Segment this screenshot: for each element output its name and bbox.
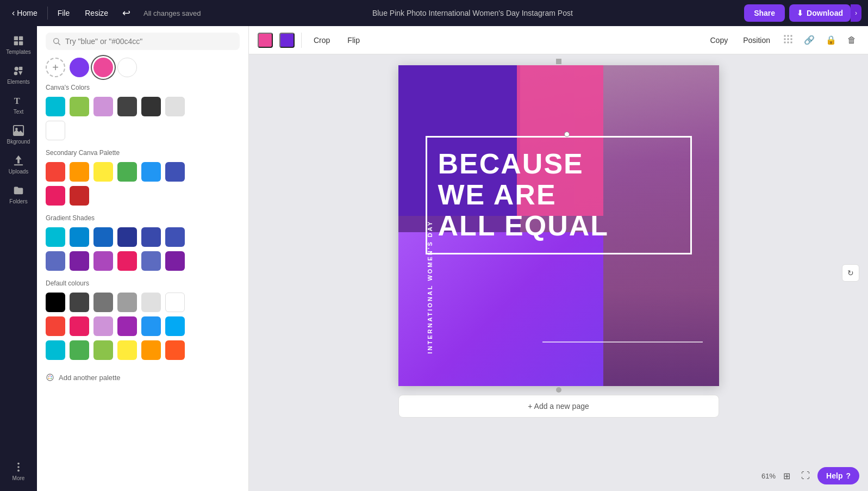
resize-menu[interactable]: Resize <box>79 5 114 21</box>
undo-button[interactable]: ↩ <box>118 5 135 21</box>
flip-button[interactable]: Flip <box>342 33 365 48</box>
color-search-bar[interactable] <box>46 33 240 50</box>
text-box[interactable]: BECAUSE WE ARE ALL EQUAL <box>426 136 692 254</box>
sec-swatch-4[interactable] <box>117 162 137 182</box>
grad-swatch-9[interactable] <box>93 251 113 271</box>
more-icon <box>13 461 24 473</box>
def-swatch-15[interactable] <box>93 340 113 360</box>
default-colours-title: Default colours <box>46 279 240 287</box>
canvas-area[interactable]: 💬 ⧉ <box>249 54 868 491</box>
def-swatch-14[interactable] <box>70 340 89 360</box>
help-button[interactable]: Help ? <box>817 467 859 484</box>
sec-swatch-6[interactable] <box>165 162 185 182</box>
def-swatch-13[interactable] <box>46 340 65 360</box>
toolbar-swatch-pink[interactable] <box>258 33 273 48</box>
def-swatch-16[interactable] <box>117 340 137 360</box>
canva-swatch-6[interactable] <box>165 97 185 116</box>
grad-swatch-10[interactable] <box>117 251 137 271</box>
def-swatch-18[interactable] <box>165 340 185 360</box>
add-palette-button[interactable]: Add another palette <box>46 369 240 386</box>
svg-point-17 <box>47 374 53 381</box>
canva-swatch-5[interactable] <box>141 97 161 116</box>
text-box-handle[interactable] <box>564 132 570 137</box>
def-swatch-5[interactable] <box>141 293 161 312</box>
download-caret-button[interactable]: › <box>851 4 861 22</box>
bottom-controls: 61% ⊞ ⛶ Help ? <box>761 467 859 484</box>
canva-swatch-3[interactable] <box>93 97 113 116</box>
grad-swatch-2[interactable] <box>70 227 89 247</box>
def-swatch-12[interactable] <box>165 316 185 336</box>
delete-button[interactable]: 🗑 <box>844 32 859 48</box>
crop-button[interactable]: Crop <box>308 33 335 48</box>
grad-swatch-12[interactable] <box>165 251 185 271</box>
grad-swatch-8[interactable] <box>70 251 89 271</box>
custom-swatch-pink[interactable] <box>93 58 113 77</box>
expand-button[interactable]: ⛶ <box>798 469 813 483</box>
sidebar-item-elements[interactable]: Elements <box>2 60 35 89</box>
def-swatch-2[interactable] <box>70 293 89 312</box>
canva-swatch-2[interactable] <box>70 97 89 116</box>
download-button[interactable]: ⬇ Download <box>789 4 851 22</box>
link-button[interactable]: 🔗 <box>801 32 818 48</box>
design-canvas[interactable]: BECAUSE WE ARE ALL EQUAL INTERNATIONAL W… <box>398 65 719 386</box>
grad-swatch-6[interactable] <box>165 227 185 247</box>
grad-swatch-4[interactable] <box>117 227 137 247</box>
sidebar-item-text[interactable]: T Text <box>2 90 35 119</box>
custom-swatch-purple[interactable] <box>70 58 89 77</box>
def-swatch-11[interactable] <box>141 316 161 336</box>
def-swatch-17[interactable] <box>141 340 161 360</box>
file-menu[interactable]: File <box>52 5 76 21</box>
position-button[interactable]: Position <box>738 33 776 48</box>
svg-rect-1 <box>19 36 23 40</box>
refresh-button[interactable]: ↻ <box>842 264 859 282</box>
background-icon <box>13 125 24 136</box>
toolbar-swatch-purple[interactable] <box>279 33 295 48</box>
sec-swatch-3[interactable] <box>93 162 113 182</box>
sec-swatch-1[interactable] <box>46 162 65 182</box>
sidebar-item-more[interactable]: More <box>2 457 35 486</box>
grad-swatch-1[interactable] <box>46 227 65 247</box>
home-button[interactable]: ‹ Home <box>7 5 43 21</box>
sec-swatch-8[interactable] <box>70 186 89 206</box>
lock-button[interactable]: 🔒 <box>822 32 840 48</box>
sidebar-item-uploads[interactable]: Uploads <box>2 150 35 179</box>
share-button[interactable]: Share <box>744 4 785 22</box>
sidebar-item-folders[interactable]: Folders <box>2 180 35 209</box>
canva-swatch-7[interactable] <box>46 121 65 140</box>
canvas-text-line1: BECAUSE <box>438 148 679 179</box>
grad-swatch-5[interactable] <box>141 227 161 247</box>
def-swatch-8[interactable] <box>70 316 89 336</box>
grad-swatch-11[interactable] <box>141 251 161 271</box>
grad-swatch-3[interactable] <box>93 227 113 247</box>
def-swatch-7[interactable] <box>46 316 65 336</box>
sidebar-item-templates[interactable]: Templates <box>2 30 35 59</box>
right-controls: ↻ <box>842 264 859 282</box>
add-page-bar[interactable]: + Add a new page <box>398 395 719 418</box>
sidebar-uploads-label: Uploads <box>9 169 29 175</box>
add-color-button[interactable]: + <box>46 58 65 77</box>
sidebar-item-background[interactable]: Bkground <box>2 120 35 149</box>
sec-swatch-2[interactable] <box>70 162 89 182</box>
svg-point-13 <box>17 466 20 468</box>
grad-swatch-7[interactable] <box>46 251 65 271</box>
canva-swatch-4[interactable] <box>117 97 137 116</box>
def-swatch-9[interactable] <box>93 316 113 336</box>
def-swatch-6[interactable] <box>165 293 185 312</box>
color-search-input[interactable] <box>65 37 233 46</box>
resize-handle-top[interactable] <box>556 59 561 64</box>
def-swatch-4[interactable] <box>117 293 137 312</box>
copy-button[interactable]: Copy <box>705 33 734 48</box>
canva-swatch-1[interactable] <box>46 97 65 116</box>
sec-swatch-5[interactable] <box>141 162 161 182</box>
sec-swatch-7[interactable] <box>46 186 65 206</box>
texture-button[interactable] <box>780 31 796 49</box>
grid-view-button[interactable]: ⊞ <box>780 469 794 483</box>
custom-swatch-white[interactable] <box>117 58 137 77</box>
main-layout: Templates Elements T Text Bkground <box>0 26 868 491</box>
def-swatch-10[interactable] <box>117 316 137 336</box>
def-swatch-1[interactable] <box>46 293 65 312</box>
resize-handle-bottom[interactable] <box>556 387 561 393</box>
def-swatch-3[interactable] <box>93 293 113 312</box>
svg-point-20 <box>51 376 52 377</box>
texture-icon <box>783 34 793 44</box>
